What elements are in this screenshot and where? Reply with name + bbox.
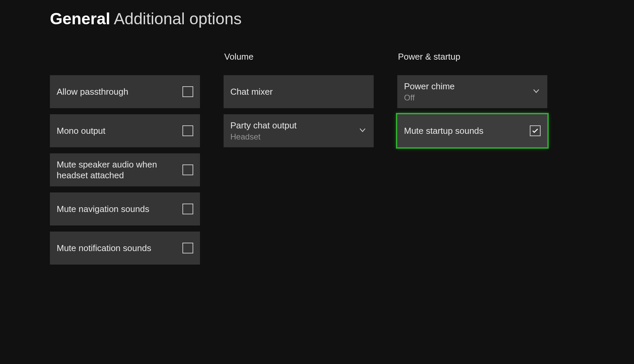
party-chat-output-tile[interactable]: Party chat output Headset bbox=[224, 114, 374, 147]
mono-output-label: Mono output bbox=[57, 125, 106, 136]
mute-notification-sounds-label: Mute notification sounds bbox=[57, 243, 151, 254]
page-header: General Additional options bbox=[0, 0, 634, 28]
chat-mixer-label: Chat mixer bbox=[230, 86, 273, 97]
power-startup-column: Power & startup Power chime Off Mute sta… bbox=[397, 52, 547, 271]
power-chime-value: Off bbox=[404, 93, 455, 102]
mute-navigation-sounds-label: Mute navigation sounds bbox=[57, 204, 149, 215]
chevron-down-icon bbox=[358, 126, 367, 136]
party-chat-output-text: Party chat output Headset bbox=[230, 120, 297, 142]
page-title-bold: General bbox=[50, 10, 110, 28]
mute-speaker-audio-tile[interactable]: Mute speaker audio when headset attached bbox=[50, 153, 200, 186]
party-chat-output-label: Party chat output bbox=[230, 120, 297, 131]
mute-startup-sounds-label: Mute startup sounds bbox=[404, 125, 484, 136]
chat-mixer-tile[interactable]: Chat mixer bbox=[224, 75, 374, 108]
volume-column: Volume Chat mixer Party chat output Head… bbox=[224, 52, 374, 271]
mono-output-tile[interactable]: Mono output bbox=[50, 114, 200, 147]
power-startup-column-header: Power & startup bbox=[397, 52, 547, 62]
party-chat-output-value: Headset bbox=[230, 132, 297, 142]
allow-passthrough-label: Allow passthrough bbox=[57, 86, 128, 97]
checkmark-icon bbox=[531, 127, 539, 134]
power-chime-label: Power chime bbox=[404, 81, 455, 92]
content-area: . Allow passthrough Mono output Mute spe… bbox=[0, 28, 634, 271]
mute-notification-sounds-tile[interactable]: Mute notification sounds bbox=[50, 232, 200, 265]
mute-speaker-audio-checkbox[interactable] bbox=[182, 164, 193, 175]
page-title: General Additional options bbox=[50, 9, 634, 28]
mute-startup-sounds-checkbox[interactable] bbox=[530, 125, 541, 136]
mute-navigation-sounds-tile[interactable]: Mute navigation sounds bbox=[50, 192, 200, 225]
chevron-down-icon bbox=[532, 87, 541, 97]
page-title-rest: Additional options bbox=[114, 10, 241, 28]
mute-navigation-sounds-checkbox[interactable] bbox=[182, 204, 193, 214]
mute-startup-sounds-tile[interactable]: Mute startup sounds bbox=[397, 114, 547, 147]
allow-passthrough-tile[interactable]: Allow passthrough bbox=[50, 75, 200, 108]
power-chime-text: Power chime Off bbox=[404, 81, 455, 103]
audio-column: . Allow passthrough Mono output Mute spe… bbox=[50, 52, 200, 271]
mute-speaker-audio-label: Mute speaker audio when headset attached bbox=[57, 159, 168, 181]
volume-column-header: Volume bbox=[224, 52, 374, 62]
mute-notification-sounds-checkbox[interactable] bbox=[182, 243, 193, 253]
power-chime-tile[interactable]: Power chime Off bbox=[397, 75, 547, 108]
allow-passthrough-checkbox[interactable] bbox=[182, 86, 193, 97]
mono-output-checkbox[interactable] bbox=[182, 125, 193, 136]
